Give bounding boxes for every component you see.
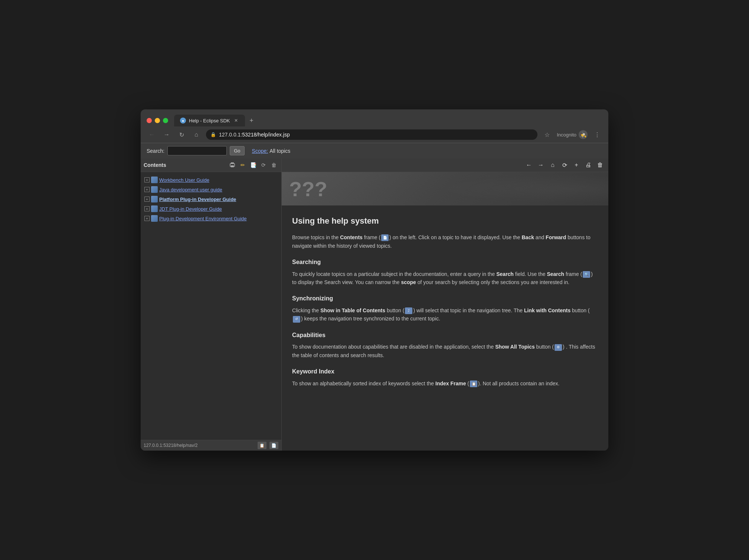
close-button[interactable]	[147, 118, 152, 123]
content-header: ? ? ?	[282, 172, 608, 205]
home-button[interactable]: ⌂	[191, 129, 202, 140]
content-delete-button[interactable]: 🗑	[595, 160, 605, 170]
browser-window: ● Help - Eclipse SDK ✕ + ← → ↻ ⌂ 🔒 127.0…	[141, 109, 608, 451]
reload-button[interactable]: ↻	[176, 129, 187, 140]
title-bar: ● Help - Eclipse SDK ✕ +	[141, 109, 608, 126]
tree-item-label: Plug-in Development Environment Guide	[159, 216, 247, 221]
incognito-icon: 🕵	[579, 130, 588, 139]
go-button[interactable]: Go	[230, 146, 244, 155]
question-mark-3: ?	[314, 177, 327, 201]
search-frame-icon: 🔍	[583, 271, 590, 278]
content-forward-button[interactable]: →	[536, 160, 546, 170]
sidebar: Contents ✏ 📑 ⟳ 🗑 + Workbench User Guide …	[141, 158, 282, 451]
print-sidebar-button[interactable]	[228, 161, 237, 169]
list-item[interactable]: + Workbench User Guide	[142, 175, 280, 185]
window-controls	[147, 118, 168, 123]
header-bg-pattern	[412, 172, 608, 205]
question-mark-1: ?	[289, 177, 302, 201]
maximize-button[interactable]	[163, 118, 168, 123]
book-icon	[151, 205, 158, 212]
tree-item-label: Java development user guide	[159, 187, 222, 192]
section-body-keyword: To show an alphabetically sorted index o…	[292, 379, 598, 388]
status-icon-1[interactable]: 📋	[258, 442, 266, 449]
address-prefix: 127.0.0.1	[219, 132, 241, 138]
section-body-searching: To quickly locate topics on a particular…	[292, 270, 598, 287]
list-item[interactable]: + Plug-in Development Environment Guide	[142, 214, 280, 223]
expand-icon[interactable]: +	[144, 206, 150, 211]
expand-icon[interactable]: +	[144, 177, 150, 182]
tab-favicon: ●	[180, 118, 186, 123]
section-body-synchronizing: Clicking the Show in Table of Contents b…	[292, 306, 598, 323]
index-frame-icon: 📋	[470, 381, 477, 387]
content-body: Using the help system Browse topics in t…	[282, 205, 608, 451]
tree-item-label: Platform Plug-in Developer Guide	[159, 197, 236, 202]
tree-item-label: Workbench User Guide	[159, 177, 209, 183]
expand-icon[interactable]: +	[144, 187, 150, 192]
list-item[interactable]: + Platform Plug-in Developer Guide	[142, 194, 280, 204]
tab-close-button[interactable]: ✕	[233, 118, 239, 123]
new-tab-button[interactable]: +	[246, 115, 257, 126]
sidebar-header: Contents ✏ 📑 ⟳ 🗑	[141, 158, 281, 172]
sync-button[interactable]: ⟳	[259, 161, 268, 169]
content-sync-button[interactable]: ⟳	[559, 160, 570, 170]
book-icon	[151, 177, 158, 183]
link-contents-icon: ↺	[293, 316, 300, 323]
sidebar-title: Contents	[144, 162, 226, 168]
lock-icon: 🔒	[210, 132, 216, 137]
window-controls-tabs: ● Help - Eclipse SDK ✕ +	[147, 115, 602, 126]
edit-sidebar-button[interactable]: ✏	[238, 161, 247, 169]
section-title-capabilities: Capabilities	[292, 330, 598, 340]
scope-value: All topics	[269, 148, 290, 154]
section-title-keyword: Keyword Index	[292, 367, 598, 376]
scope-link[interactable]: Scope:	[252, 148, 268, 154]
content-panel: ← → ⌂ ⟳ + 🖨 🗑 ? ? ? Using the help syste…	[282, 158, 608, 451]
menu-button[interactable]: ⋮	[592, 129, 602, 140]
incognito-badge: Incognito 🕵	[557, 130, 588, 139]
main-area: Contents ✏ 📑 ⟳ 🗑 + Workbench User Guide …	[141, 158, 608, 451]
book-icon	[151, 186, 158, 193]
address-text: 127.0.0.1:53218/help/index.jsp	[219, 132, 290, 138]
search-input[interactable]	[167, 146, 227, 155]
sidebar-content: + Workbench User Guide + Java developmen…	[141, 172, 281, 440]
question-mark-2: ?	[302, 177, 314, 201]
bookmarks-button[interactable]: 📑	[249, 161, 258, 169]
all-topics-icon: ⚙	[555, 344, 562, 351]
address-bar-input[interactable]: 🔒 127.0.0.1:53218/help/index.jsp	[206, 129, 537, 140]
scope-area: Scope: All topics	[252, 148, 291, 154]
status-url: 127.0.0.1:53218/help/nav/2	[144, 443, 255, 448]
content-print-button[interactable]: 🖨	[583, 160, 593, 170]
list-item[interactable]: + Java development user guide	[142, 185, 280, 194]
tabs-row: ● Help - Eclipse SDK ✕ +	[174, 115, 602, 126]
content-intro: Browse topics in the Contents frame (📄) …	[292, 233, 598, 250]
list-item[interactable]: + JDT Plug-in Developer Guide	[142, 204, 280, 214]
search-label: Search:	[147, 148, 164, 154]
active-tab[interactable]: ● Help - Eclipse SDK ✕	[174, 115, 245, 126]
section-title-searching: Searching	[292, 257, 598, 267]
forward-button[interactable]: →	[161, 129, 172, 140]
show-contents-icon: ⤴	[405, 307, 412, 314]
address-suffix: :53218/help/index.jsp	[241, 132, 290, 138]
content-toolbar: ← → ⌂ ⟳ + 🖨 🗑	[282, 158, 608, 172]
section-body-capabilities: To show documentation about capabilities…	[292, 343, 598, 359]
header-decoration: ? ? ?	[289, 177, 327, 201]
search-bar: Search: Go Scope: All topics	[141, 143, 608, 158]
section-title-synchronizing: Synchronizing	[292, 294, 598, 303]
tab-title: Help - Eclipse SDK	[189, 118, 230, 123]
bookmark-button[interactable]: ☆	[542, 129, 552, 140]
delete-sidebar-button[interactable]: 🗑	[269, 161, 278, 169]
svg-rect-2	[231, 165, 234, 167]
book-icon	[151, 215, 158, 222]
expand-icon[interactable]: +	[144, 216, 150, 221]
status-bar: 127.0.0.1:53218/help/nav/2 📋 📄	[141, 440, 281, 451]
content-back-button[interactable]: ←	[524, 160, 534, 170]
expand-icon[interactable]: +	[144, 197, 150, 202]
book-icon	[151, 196, 158, 202]
content-heading: Using the help system	[292, 214, 598, 227]
content-home-button[interactable]: ⌂	[547, 160, 558, 170]
status-icon-2[interactable]: 📄	[269, 442, 278, 449]
back-button[interactable]: ←	[147, 129, 157, 140]
content-bookmark-button[interactable]: +	[571, 160, 582, 170]
incognito-label: Incognito	[557, 132, 576, 138]
minimize-button[interactable]	[155, 118, 160, 123]
contents-icon: 📄	[381, 234, 389, 241]
